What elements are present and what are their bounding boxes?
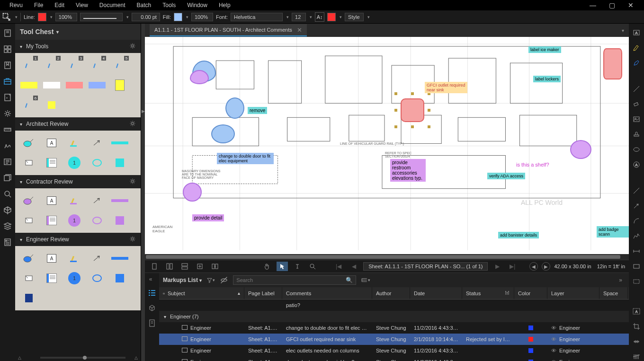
- highlight-tool-icon[interactable]: [632, 44, 641, 52]
- tool-item[interactable]: 2: [42, 57, 62, 74]
- prev-page-icon[interactable]: ◀: [348, 262, 359, 271]
- tool-item[interactable]: 4: [87, 57, 107, 74]
- font-select[interactable]: Helvetica: [231, 13, 283, 21]
- single-page-icon[interactable]: [149, 262, 160, 271]
- col-page-label[interactable]: Page Label: [244, 287, 282, 299]
- tabs-dropdown-icon[interactable]: ▾: [622, 28, 624, 33]
- thumbnails-icon[interactable]: [3, 44, 12, 54]
- cloud-annotation[interactable]: [603, 48, 622, 79]
- menu-batch[interactable]: Batch: [131, 0, 157, 10]
- stamp-tool-icon[interactable]: [632, 130, 641, 139]
- search-icon[interactable]: [3, 189, 12, 199]
- sheet-indicator[interactable]: Sheet: A1.1.1 - 1ST FLOOR PLAN - SO... (…: [363, 262, 488, 271]
- document-tab[interactable]: A1.1.1 - 1ST FLOOR PLAN - SOUTH - Archit…: [150, 24, 307, 36]
- tool-item[interactable]: 1: [64, 154, 84, 171]
- ada-tag[interactable]: verify ADA access: [487, 173, 525, 179]
- ellipse-tool-icon[interactable]: [632, 145, 641, 154]
- file-access-icon[interactable]: [3, 28, 12, 38]
- select-tool-dropdown[interactable]: ▾: [15, 15, 18, 19]
- lockers-tag[interactable]: label lockers: [533, 76, 561, 82]
- triangle-up-icon[interactable]: △: [134, 355, 138, 360]
- cloud-annotation[interactable]: [211, 124, 235, 143]
- gear-icon[interactable]: [129, 120, 136, 128]
- quantities-icon[interactable]: [147, 318, 157, 328]
- 3d-icon[interactable]: [147, 303, 157, 313]
- dimension-tool-icon[interactable]: [632, 247, 641, 255]
- search-icon[interactable]: 🔍: [346, 277, 353, 283]
- tool-note[interactable]: [42, 97, 62, 114]
- arc-tool-icon[interactable]: [632, 217, 641, 225]
- tool-item[interactable]: A: [42, 134, 62, 151]
- tool-chest-section-header[interactable]: ▾My Tools: [15, 40, 141, 53]
- forms-icon[interactable]: [3, 238, 12, 247]
- line-color-swatch[interactable]: [38, 13, 46, 21]
- select-tool-icon[interactable]: [2, 12, 11, 22]
- cloud-tool-icon[interactable]: [632, 277, 641, 286]
- panel-resize-handle[interactable]: ▶: [141, 24, 145, 361]
- layers-icon[interactable]: [3, 221, 12, 231]
- crop-tool-icon[interactable]: [632, 322, 641, 331]
- tool-item[interactable]: [64, 250, 84, 267]
- col-date[interactable]: Date: [410, 287, 462, 299]
- tool-item[interactable]: [110, 154, 130, 171]
- next-view-icon[interactable]: ▶: [542, 262, 550, 271]
- tool-item[interactable]: [42, 212, 62, 229]
- menu-file[interactable]: File: [28, 0, 49, 10]
- tool-item[interactable]: A: [42, 250, 62, 267]
- tool-item[interactable]: [19, 134, 39, 151]
- provide-detail-callout[interactable]: provide detail: [192, 214, 224, 221]
- maximize-button[interactable]: ▢: [602, 0, 621, 10]
- line-shape-icon[interactable]: [632, 186, 641, 195]
- tool-item[interactable]: [110, 270, 130, 287]
- studio-icon[interactable]: [3, 205, 12, 215]
- tool-item[interactable]: [110, 134, 130, 151]
- tool-swatch[interactable]: [19, 77, 39, 94]
- sets-icon[interactable]: [3, 173, 12, 183]
- menu-view[interactable]: View: [70, 0, 94, 10]
- tool-item[interactable]: [19, 154, 39, 171]
- split-add-icon[interactable]: [194, 262, 206, 271]
- cloud-annotation[interactable]: [570, 140, 591, 159]
- line-width-input[interactable]: 0.00 pt: [132, 13, 160, 21]
- signatures-icon[interactable]: [3, 141, 12, 150]
- tool-item[interactable]: 6: [19, 97, 39, 114]
- text-box-tool-icon[interactable]: A: [632, 28, 641, 37]
- tool-item[interactable]: [87, 250, 107, 267]
- line-style-select[interactable]: [80, 13, 123, 21]
- symbol-tool-icon[interactable]: A: [632, 160, 641, 169]
- gear-icon[interactable]: [129, 178, 136, 186]
- col-status[interactable]: Status: [462, 287, 514, 299]
- bookmarks-icon[interactable]: [3, 61, 12, 70]
- table-group-row[interactable]: ▾ Engineer (7): [159, 311, 629, 322]
- pan-icon[interactable]: [261, 262, 273, 271]
- tool-item[interactable]: [87, 192, 107, 209]
- tool-item[interactable]: [87, 134, 107, 151]
- polyline-tool-icon[interactable]: [632, 232, 641, 240]
- tool-item[interactable]: [19, 212, 39, 229]
- tool-item[interactable]: [87, 212, 107, 229]
- line-opacity[interactable]: 100%: [55, 13, 77, 21]
- tool-chest-section-header[interactable]: ▾Architect Review: [15, 117, 141, 131]
- table-row[interactable]: Engineer Sheet: A1.1.1 -... elec outlets…: [159, 345, 629, 356]
- gear-icon[interactable]: [129, 236, 136, 244]
- markups-search[interactable]: 🔍: [233, 275, 356, 285]
- fill-color-dropdown[interactable]: ▾: [186, 15, 188, 19]
- tool-item[interactable]: [110, 192, 130, 209]
- tool-item[interactable]: 1: [19, 57, 39, 74]
- col-color[interactable]: Color: [514, 287, 547, 299]
- double-door-callout[interactable]: change to double door to fit elec equipm…: [217, 153, 274, 164]
- restroom-callout[interactable]: provide restroom accessories elevations …: [390, 159, 426, 182]
- tool-item[interactable]: [64, 192, 84, 209]
- markup-panel-icon[interactable]: A: [632, 307, 641, 316]
- settings-icon[interactable]: [3, 109, 12, 118]
- collapse-panel-icon[interactable]: «: [149, 276, 152, 282]
- tool-item[interactable]: 5: [110, 57, 130, 74]
- tool-item[interactable]: [110, 250, 130, 267]
- select-text-icon[interactable]: [292, 262, 303, 271]
- tool-item[interactable]: [64, 134, 84, 151]
- rectangle-tool-icon[interactable]: [632, 262, 641, 271]
- tool-swatch[interactable]: [42, 77, 62, 94]
- minimize-button[interactable]: —: [583, 0, 602, 10]
- eye-icon[interactable]: 👁: [551, 359, 556, 361]
- tool-item[interactable]: 1: [64, 270, 84, 287]
